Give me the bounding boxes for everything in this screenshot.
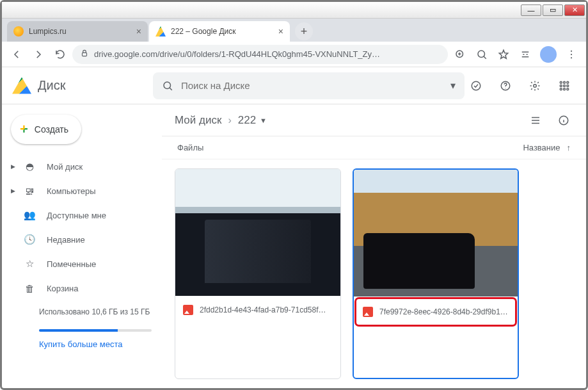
breadcrumb-current[interactable]: 222	[238, 114, 256, 127]
favicon-icon	[155, 26, 166, 37]
drive-name: Диск	[38, 78, 65, 93]
info-icon[interactable]	[554, 111, 573, 130]
sidebar-item-recent[interactable]: 🕓 Недавние	[8, 227, 158, 252]
svg-point-7	[472, 81, 481, 90]
gear-icon[interactable]	[523, 74, 546, 97]
toolbar: drive.google.com/drive/u/0/folders/1-RQd…	[2, 42, 586, 67]
back-button[interactable]	[7, 45, 26, 64]
file-name: 2fdd2b1d-4e43-4fad-a7b9-71cd58f…	[200, 305, 326, 314]
reload-button[interactable]	[51, 45, 70, 64]
sort-row: Файлы Название ↑	[162, 136, 586, 159]
storage-bar	[39, 329, 152, 332]
sidebar-item-label: Недавние	[47, 235, 85, 245]
zoom-icon[interactable]	[450, 45, 470, 64]
buy-storage-link[interactable]: Купить больше места	[8, 339, 158, 349]
sidebar-item-shared[interactable]: 👥 Доступные мне	[8, 203, 158, 227]
search-box[interactable]: ▾	[153, 72, 465, 99]
svg-point-4	[571, 53, 572, 54]
svg-point-11	[560, 81, 562, 83]
maximize-button[interactable]: ▭	[543, 4, 563, 16]
ext-icon[interactable]	[516, 45, 535, 64]
apps-icon[interactable]	[553, 74, 576, 97]
sidebar-item-starred[interactable]: ☆ Помеченные	[8, 252, 158, 276]
drive-logo[interactable]: Диск	[12, 77, 153, 94]
svg-point-18	[564, 88, 566, 90]
svg-point-15	[564, 85, 566, 86]
plus-icon: +	[20, 121, 28, 138]
sort-label[interactable]: Название	[523, 143, 560, 152]
breadcrumb-root[interactable]: Мой диск	[175, 114, 221, 127]
storage-fill	[39, 329, 118, 332]
tab-lumpics[interactable]: Lumpics.ru ×	[7, 21, 148, 42]
close-tab-icon[interactable]: ×	[273, 26, 283, 37]
sidebar-item-label: Помеченные	[47, 259, 96, 269]
arrow-up-icon[interactable]: ↑	[567, 143, 571, 152]
files-heading: Файлы	[177, 143, 203, 152]
expand-icon[interactable]: ▶	[11, 163, 15, 170]
search-icon	[162, 80, 173, 92]
main-panel: Мой диск › 222 ▼ Файлы Название ↑	[162, 104, 586, 388]
favicon-icon	[13, 26, 24, 37]
image-icon	[183, 305, 193, 315]
file-card[interactable]: 2fdd2b1d-4e43-4fad-a7b9-71cd58f…	[175, 168, 341, 379]
breadcrumb: Мой диск › 222 ▼	[162, 104, 586, 136]
address-bar[interactable]: drive.google.com/drive/u/0/folders/1-RQd…	[72, 45, 448, 64]
sidebar-item-mydrive[interactable]: ▶ ◓ Мой диск	[8, 154, 158, 179]
clock-icon: 🕓	[22, 234, 36, 245]
file-label: 2fdd2b1d-4e43-4fad-a7b9-71cd58f…	[175, 296, 340, 324]
ready-icon[interactable]	[465, 74, 488, 97]
drive-icon	[12, 77, 31, 94]
help-icon[interactable]	[494, 74, 517, 97]
list-view-icon[interactable]	[526, 111, 545, 130]
sidebar-item-label: Доступные мне	[47, 211, 106, 220]
star-outline-icon: ☆	[22, 258, 36, 270]
app-body: + Создать ▶ ◓ Мой диск ▶ 🖳 Компьютеры 👥 …	[2, 104, 586, 388]
file-card-selected[interactable]: 7fe9972e-8eec-4926-8d4b-29df9b1…	[353, 168, 519, 379]
sidebar: + Создать ▶ ◓ Мой диск ▶ 🖳 Компьютеры 👥 …	[2, 104, 162, 388]
svg-point-6	[164, 82, 171, 89]
chevron-right-icon: ›	[228, 115, 231, 126]
drive-small-icon: ◓	[22, 161, 36, 172]
new-tab-button[interactable]: +	[295, 22, 313, 40]
sidebar-item-label: Мой диск	[47, 162, 83, 172]
header-icons	[465, 74, 576, 97]
close-tab-icon[interactable]: ×	[131, 26, 141, 37]
menu-icon[interactable]	[562, 45, 581, 64]
svg-point-10	[534, 84, 537, 87]
profile-avatar[interactable]	[540, 46, 557, 63]
create-button[interactable]: + Создать	[11, 115, 81, 144]
file-thumbnail	[175, 169, 340, 296]
svg-point-3	[571, 50, 572, 51]
svg-point-5	[571, 57, 572, 58]
tab-drive[interactable]: 222 – Google Диск ×	[149, 21, 290, 42]
create-label: Создать	[35, 124, 68, 134]
browser-window: — ▭ ✕ Lumpics.ru × 222 – Google Диск × +…	[0, 0, 588, 390]
svg-point-19	[567, 88, 569, 90]
svg-point-14	[560, 85, 562, 86]
star-icon[interactable]	[494, 45, 513, 64]
svg-point-2	[478, 51, 485, 58]
search-input[interactable]	[181, 80, 445, 91]
file-label: 7fe9972e-8eec-4926-8d4b-29df9b1…	[355, 298, 516, 326]
minimize-button[interactable]: —	[521, 4, 541, 16]
computer-icon: 🖳	[22, 186, 36, 197]
svg-rect-0	[83, 53, 87, 56]
storage-text: Использовано 10,6 ГБ из 15 ГБ	[8, 300, 158, 324]
chevron-down-icon[interactable]: ▾	[450, 79, 456, 92]
files-grid: 2fdd2b1d-4e43-4fad-a7b9-71cd58f… 7fe9972…	[162, 159, 586, 388]
sidebar-item-label: Компьютеры	[47, 186, 96, 196]
window-titlebar: — ▭ ✕	[2, 2, 586, 19]
file-name: 7fe9972e-8eec-4926-8d4b-29df9b1…	[379, 307, 508, 316]
url-text: drive.google.com/drive/u/0/folders/1-RQd…	[94, 49, 440, 59]
search-page-icon[interactable]	[472, 45, 491, 64]
svg-point-16	[567, 85, 569, 86]
forward-button[interactable]	[29, 45, 48, 64]
tab-title: Lumpics.ru	[29, 27, 67, 36]
sidebar-item-computers[interactable]: ▶ 🖳 Компьютеры	[8, 179, 158, 203]
close-window-button[interactable]: ✕	[564, 4, 585, 16]
sidebar-item-trash[interactable]: 🗑 Корзина	[8, 276, 158, 300]
chevron-down-icon[interactable]: ▼	[260, 117, 267, 124]
expand-icon[interactable]: ▶	[11, 188, 15, 194]
people-icon: 👥	[22, 209, 36, 221]
svg-point-13	[567, 81, 569, 83]
